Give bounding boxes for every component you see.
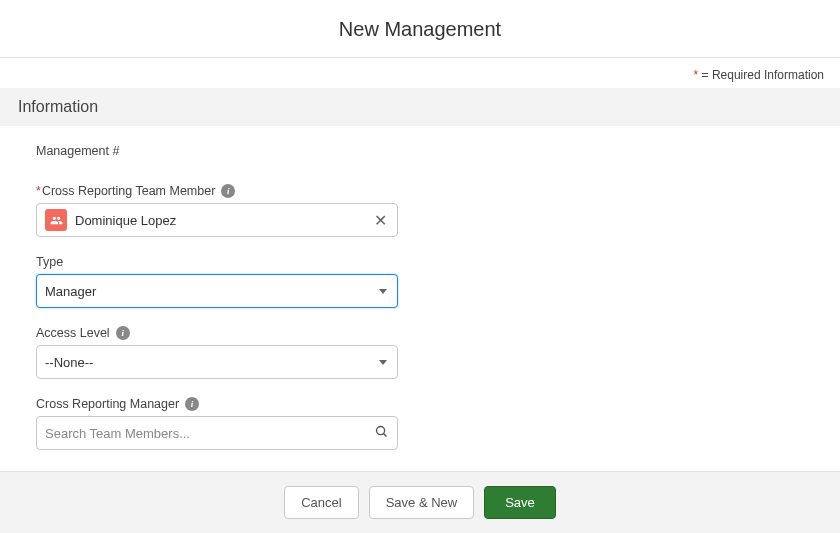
svg-point-0 (377, 427, 385, 435)
info-icon[interactable]: i (116, 326, 130, 340)
cancel-button[interactable]: Cancel (284, 486, 358, 519)
save-button[interactable]: Save (484, 486, 556, 519)
field-team-member: *Cross Reporting Team Member i Dominique… (36, 184, 804, 237)
management-number-label: Management # (36, 144, 804, 158)
close-icon[interactable]: ✕ (372, 209, 389, 232)
required-text: = Required Information (698, 68, 824, 82)
field-access-level: Access Level i --None-- (36, 326, 804, 379)
required-asterisk: * (36, 184, 41, 198)
manager-search-input[interactable]: Search Team Members... (36, 416, 398, 450)
save-and-new-button[interactable]: Save & New (369, 486, 475, 519)
type-value: Manager (45, 284, 96, 299)
type-label: Type (36, 255, 804, 269)
required-info-note: * = Required Information (0, 58, 840, 88)
team-member-value: Dominique Lopez (75, 213, 372, 228)
field-type: Type Manager (36, 255, 804, 308)
info-icon[interactable]: i (185, 397, 199, 411)
access-level-label: Access Level i (36, 326, 804, 340)
field-manager: Cross Reporting Manager i Search Team Me… (36, 397, 804, 450)
chevron-down-icon (379, 360, 387, 365)
access-level-select[interactable]: --None-- (36, 345, 398, 379)
page-title: New Management (0, 0, 840, 58)
access-level-value: --None-- (45, 355, 93, 370)
info-icon[interactable]: i (221, 184, 235, 198)
svg-line-1 (384, 434, 387, 437)
manager-placeholder: Search Team Members... (45, 426, 374, 441)
search-icon (374, 424, 389, 442)
people-icon (45, 209, 67, 231)
team-member-lookup[interactable]: Dominique Lopez ✕ (36, 203, 398, 237)
manager-label: Cross Reporting Manager i (36, 397, 804, 411)
footer-actions: Cancel Save & New Save (0, 471, 840, 533)
chevron-down-icon (379, 289, 387, 294)
type-select[interactable]: Manager (36, 274, 398, 308)
team-member-label: *Cross Reporting Team Member i (36, 184, 804, 198)
form-area: Management # *Cross Reporting Team Membe… (0, 126, 840, 498)
section-header-information: Information (0, 88, 840, 126)
